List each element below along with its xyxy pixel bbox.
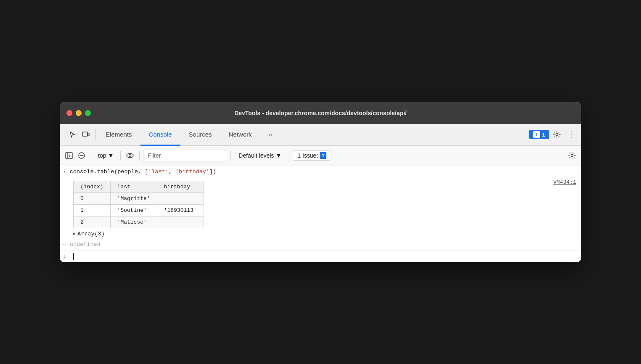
tab-console[interactable]: Console (140, 124, 180, 146)
eye-icon-btn[interactable] (124, 150, 136, 161)
array-expandable-row[interactable]: ▶ Array(3) (60, 229, 581, 239)
console-table: (index) last birthday 0 'Magritte' 1 'So… (73, 181, 204, 228)
cell-birthday-2 (157, 216, 204, 228)
tab-sources[interactable]: Sources (180, 124, 220, 146)
undefined-row: ← undefined (60, 239, 581, 250)
table-row: 0 'Magritte' (74, 193, 204, 204)
context-selector[interactable]: top ▼ (95, 151, 117, 160)
vm-link[interactable]: VM434:1 (553, 179, 576, 185)
more-menu-btn[interactable]: ⋮ (564, 129, 578, 140)
settings-btn[interactable] (551, 129, 563, 140)
device-icon-btn[interactable] (80, 129, 92, 140)
col-header-last: last (110, 181, 157, 193)
col-header-birthday: birthday (157, 181, 204, 193)
table-row: 1 'Soutine' '18930113' (74, 204, 204, 216)
filter-input[interactable] (143, 150, 227, 161)
levels-selector[interactable]: Default levels ▼ (234, 151, 286, 160)
toolbar-divider-5 (289, 151, 289, 160)
console-command-entry: › console.table(people, ['last', 'birthd… (60, 166, 581, 178)
svg-point-9 (571, 155, 573, 157)
toolbar-divider (91, 151, 91, 160)
svg-point-8 (129, 155, 131, 157)
cell-birthday-1: '18930113' (157, 204, 204, 216)
console-command-code: console.table(people, ['last', 'birthday… (70, 169, 578, 175)
cell-last-1: 'Soutine' (110, 204, 157, 216)
tabbar: Elements Console Sources Network » 1 1 (60, 124, 581, 146)
cell-last-0: 'Magritte' (110, 193, 157, 204)
tabbar-right: 1 1 ⋮ (529, 129, 578, 140)
devtools-icons (63, 129, 95, 140)
maximize-button[interactable] (85, 110, 91, 116)
clear-console-btn[interactable] (76, 150, 87, 161)
left-arrow-icon: ← (63, 241, 66, 248)
col-header-index: (index) (74, 181, 111, 193)
cursor-icon-btn[interactable] (66, 129, 78, 140)
undefined-label: undefined (70, 241, 101, 248)
sidebar-toggle-btn[interactable] (63, 150, 75, 161)
titlebar: DevTools - developer.chrome.com/docs/dev… (60, 102, 581, 124)
console-input-row: › (60, 250, 581, 262)
svg-rect-0 (82, 132, 87, 136)
console-output: › console.table(people, ['last', 'birthd… (60, 166, 581, 262)
issues-badge-btn[interactable]: 1 1 (529, 130, 549, 139)
cell-last-2: 'Matisse' (110, 216, 157, 228)
prompt-arrow: › (63, 169, 66, 175)
tab-elements[interactable]: Elements (97, 124, 140, 146)
toolbar-divider-4 (230, 151, 231, 160)
svg-rect-3 (66, 153, 72, 158)
console-settings-btn[interactable] (566, 150, 578, 161)
toolbar-divider-2 (120, 151, 121, 160)
table-row: 2 'Matisse' (74, 216, 204, 228)
cell-index-1: 1 (74, 204, 111, 216)
svg-rect-1 (87, 133, 89, 136)
svg-point-7 (127, 153, 133, 158)
issues-filter-btn[interactable]: 1 Issue: 1 (293, 150, 331, 161)
close-button[interactable] (66, 110, 72, 116)
console-toolbar: top ▼ Default levels ▼ 1 Issue: 1 (60, 146, 581, 166)
tab-network[interactable]: Network (220, 124, 260, 146)
input-prompt-arrow: › (63, 253, 66, 260)
toolbar-divider-3 (139, 151, 140, 160)
console-table-wrap: (index) last birthday 0 'Magritte' 1 'So… (60, 180, 581, 229)
cell-index-0: 0 (74, 193, 111, 204)
array-label: Array(3) (77, 231, 105, 237)
issues-count-badge: 1 (320, 152, 326, 159)
cell-birthday-0 (157, 193, 204, 204)
minimize-button[interactable] (76, 110, 82, 116)
window-title: DevTools - developer.chrome.com/docs/dev… (234, 110, 407, 116)
expand-arrow-icon: ▶ (73, 231, 76, 236)
tab-more[interactable]: » (260, 124, 281, 146)
devtools-window: DevTools - developer.chrome.com/docs/dev… (60, 102, 581, 262)
cell-index-2: 2 (74, 216, 111, 228)
issue-icon: 1 (533, 131, 540, 138)
cursor (73, 253, 74, 260)
traffic-lights (66, 110, 91, 116)
svg-point-2 (556, 134, 558, 136)
